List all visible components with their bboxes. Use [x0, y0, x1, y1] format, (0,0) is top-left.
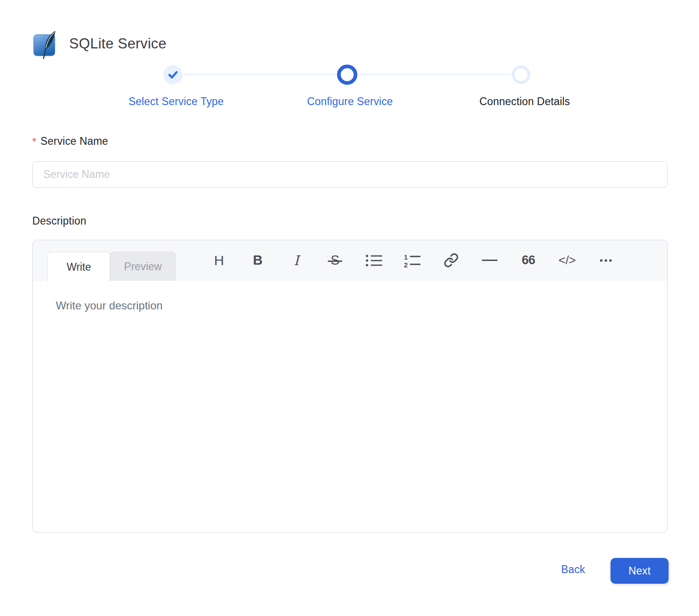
- service-name-label: *Service Name: [32, 135, 108, 148]
- check-icon: [167, 69, 179, 81]
- more-options-icon: [599, 259, 612, 262]
- tab-write[interactable]: Write: [47, 252, 110, 282]
- tab-preview[interactable]: Preview: [110, 252, 176, 281]
- svg-text:1: 1: [404, 253, 408, 261]
- step-pending-circle: [512, 65, 530, 84]
- page-title: SQLite Service: [69, 36, 166, 52]
- description-textarea[interactable]: [33, 281, 667, 532]
- step-label-connection-details: Connection Details: [480, 95, 570, 108]
- description-label: Description: [32, 215, 86, 227]
- svg-text:2: 2: [404, 261, 408, 268]
- step-label-configure-service: Configure Service: [307, 95, 393, 108]
- service-config-page: SQLite Service Select Service Type Confi…: [0, 0, 699, 616]
- horizontal-rule-icon: [482, 260, 498, 261]
- ordered-list-icon: 1 2: [404, 253, 421, 268]
- next-button[interactable]: Next: [610, 558, 669, 584]
- link-button[interactable]: [442, 250, 460, 271]
- unordered-list-icon: [366, 253, 382, 268]
- quote-icon: 66: [522, 253, 535, 267]
- heading-button[interactable]: H: [210, 250, 228, 271]
- sqlite-logo-icon: [32, 30, 58, 63]
- italic-icon: I: [294, 253, 299, 268]
- horizontal-rule-button[interactable]: [480, 250, 499, 271]
- strikethrough-button[interactable]: S: [326, 250, 344, 271]
- stepper-connector: [184, 74, 336, 75]
- italic-button[interactable]: I: [287, 250, 306, 271]
- link-icon: [444, 253, 459, 268]
- editor-write-area: [33, 281, 667, 532]
- step-label-select-service-type: Select Service Type: [129, 95, 224, 108]
- step-completed-circle: [163, 65, 183, 84]
- bold-button[interactable]: B: [249, 250, 267, 271]
- code-button[interactable]: </>: [558, 250, 576, 271]
- stepper-connector: [358, 74, 511, 75]
- description-editor: Write Preview H B I S: [32, 240, 668, 533]
- strikethrough-icon: S: [331, 253, 339, 268]
- heading-icon: H: [214, 253, 224, 268]
- editor-toolbar: H B I S 1 2: [210, 240, 615, 280]
- ordered-list-button[interactable]: 1 2: [403, 250, 421, 271]
- required-asterisk: *: [32, 136, 36, 147]
- code-icon: </>: [558, 253, 576, 267]
- quote-button[interactable]: 66: [519, 250, 538, 271]
- step-active-circle: [337, 65, 357, 85]
- unordered-list-button[interactable]: [365, 250, 383, 271]
- service-name-input[interactable]: [32, 161, 668, 188]
- bold-icon: B: [253, 253, 262, 268]
- back-button[interactable]: Back: [555, 563, 592, 576]
- more-options-button[interactable]: [597, 250, 615, 271]
